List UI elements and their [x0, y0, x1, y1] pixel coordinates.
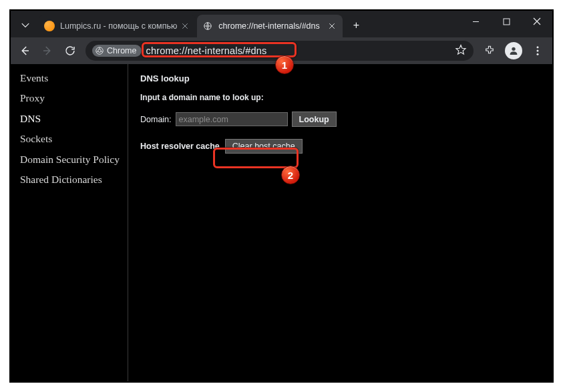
svg-rect-1 — [504, 19, 510, 25]
section-title: DNS lookup — [140, 73, 540, 83]
domain-input[interactable] — [176, 112, 288, 126]
svg-point-3 — [98, 49, 102, 53]
svg-point-5 — [537, 46, 539, 48]
content-area: Events Proxy DNS Sockets Domain Security… — [11, 64, 552, 381]
svg-point-7 — [537, 53, 539, 55]
sidebar-item-sockets[interactable]: Sockets — [11, 129, 128, 149]
reload-button[interactable] — [60, 41, 80, 61]
favicon-lumpics — [44, 21, 55, 31]
close-window-button[interactable] — [522, 11, 552, 32]
close-icon[interactable] — [180, 21, 190, 31]
window-controls — [460, 11, 552, 37]
toolbar: Chrome chrome://net-internals/#dns — [11, 37, 552, 64]
chrome-chip: Chrome — [92, 45, 142, 57]
maximize-button[interactable] — [491, 11, 522, 32]
main-panel: DNS lookup Input a domain name to look u… — [128, 64, 552, 381]
titlebar: Lumpics.ru - помощь с компью chrome://ne… — [11, 11, 552, 37]
new-tab-button[interactable]: + — [347, 16, 365, 35]
cache-row: Host resolver cache Clear host cache — [140, 139, 540, 154]
extensions-icon[interactable] — [479, 40, 500, 61]
clear-host-cache-button[interactable]: Clear host cache — [225, 139, 303, 154]
tab-active[interactable]: chrome://net-internals/#dns — [197, 15, 343, 37]
svg-point-4 — [512, 47, 515, 51]
sidebar: Events Proxy DNS Sockets Domain Security… — [11, 64, 128, 381]
sidebar-item-dns[interactable]: DNS — [11, 109, 128, 129]
svg-point-6 — [537, 50, 539, 52]
menu-icon[interactable] — [527, 40, 548, 61]
sidebar-item-domain-security-policy[interactable]: Domain Security Policy — [11, 150, 128, 170]
sidebar-item-events[interactable]: Events — [11, 68, 128, 88]
sidebar-item-proxy[interactable]: Proxy — [11, 88, 128, 108]
tab-search-button[interactable] — [16, 16, 35, 35]
browser-window: Lumpics.ru - помощь с компью chrome://ne… — [11, 11, 552, 381]
back-button[interactable] — [15, 41, 35, 61]
tab-title: chrome://net-internals/#dns — [218, 21, 324, 31]
favicon-globe-icon — [202, 21, 213, 31]
minimize-button[interactable] — [460, 11, 491, 32]
profile-avatar[interactable] — [503, 40, 524, 61]
close-icon[interactable] — [327, 21, 337, 31]
bookmark-star-icon[interactable] — [455, 44, 467, 58]
instruction-text: Input a domain name to look up: — [140, 93, 540, 102]
url-text: chrome://net-internals/#dns — [146, 45, 451, 56]
tab-title: Lumpics.ru - помощь с компью — [60, 21, 177, 31]
lookup-button[interactable]: Lookup — [292, 112, 337, 127]
domain-row: Domain: Lookup — [140, 112, 540, 127]
domain-label: Domain: — [140, 115, 172, 124]
chip-label: Chrome — [107, 46, 136, 55]
tab-inactive[interactable]: Lumpics.ru - помощь с компью — [39, 15, 196, 37]
forward-button[interactable] — [37, 41, 57, 61]
sidebar-item-shared-dictionaries[interactable]: Shared Dictionaries — [11, 170, 128, 190]
cache-label: Host resolver cache — [140, 142, 220, 151]
address-bar[interactable]: Chrome chrome://net-internals/#dns — [85, 41, 474, 61]
